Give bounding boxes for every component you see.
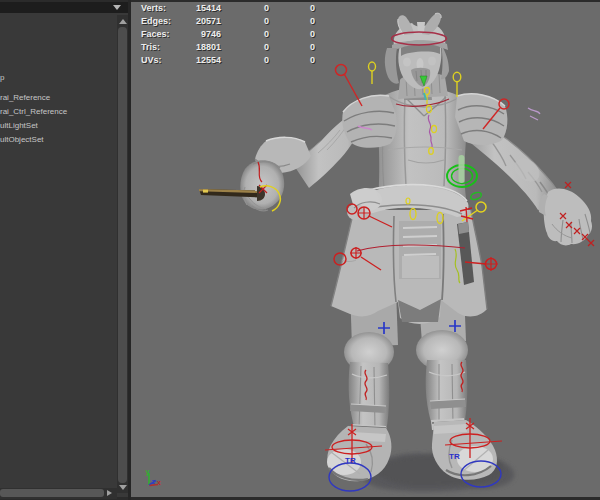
svg-text:TR: TR: [345, 456, 356, 465]
svg-text:z: z: [152, 478, 156, 485]
svg-text:TR: TR: [449, 452, 460, 461]
svg-text:x: x: [157, 479, 161, 486]
